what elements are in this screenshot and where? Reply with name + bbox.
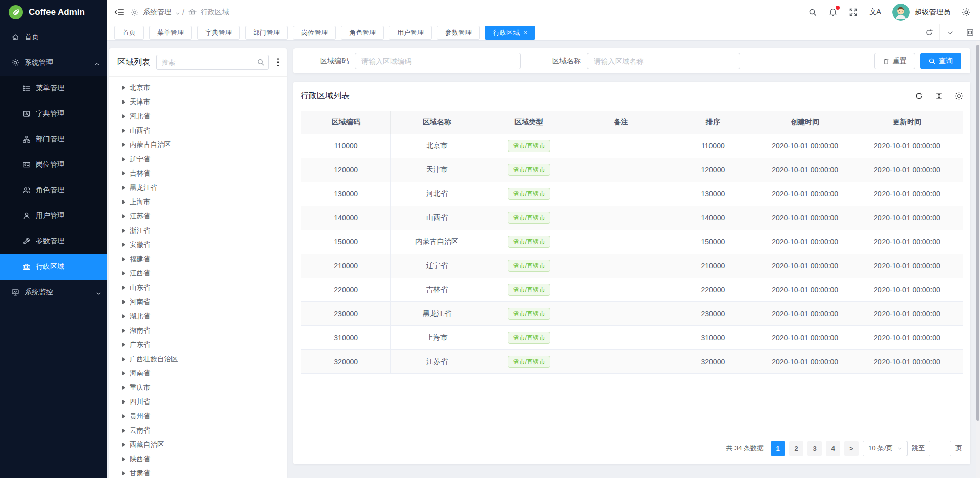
caret-right-icon[interactable]	[122, 457, 125, 461]
refresh-icon[interactable]	[915, 92, 923, 100]
tab[interactable]: 角色管理	[341, 26, 384, 40]
caret-right-icon[interactable]	[122, 186, 125, 190]
caret-right-icon[interactable]	[122, 286, 125, 290]
caret-right-icon[interactable]	[122, 386, 125, 390]
tree-item[interactable]: 天津市	[109, 95, 287, 109]
caret-right-icon[interactable]	[122, 229, 125, 233]
tree-item[interactable]: 云南省	[109, 423, 287, 438]
tree-item[interactable]: 山西省	[109, 123, 287, 138]
caret-right-icon[interactable]	[122, 271, 125, 275]
sidebar-group-monitor[interactable]: 系统监控	[0, 280, 107, 305]
tree-item[interactable]: 西藏自治区	[109, 438, 287, 452]
sidebar-item-user-mgmt[interactable]: 用户管理	[0, 203, 107, 229]
tree-item[interactable]: 河南省	[109, 295, 287, 309]
scrollbar-thumb[interactable]	[976, 45, 979, 421]
caret-right-icon[interactable]	[122, 243, 125, 247]
maximize-view-icon[interactable]	[960, 24, 980, 40]
tab[interactable]: 用户管理	[389, 26, 432, 40]
row-height-icon[interactable]	[935, 92, 943, 100]
fullscreen-icon[interactable]	[849, 8, 858, 17]
collapse-sidebar-icon[interactable]	[114, 7, 125, 17]
tree-item[interactable]: 黑龙江省	[109, 181, 287, 195]
breadcrumb-group[interactable]: 系统管理	[143, 8, 172, 17]
tree-item[interactable]: 辽宁省	[109, 152, 287, 166]
page-button[interactable]: 2	[789, 441, 803, 456]
caret-right-icon[interactable]	[122, 257, 125, 261]
caret-right-icon[interactable]	[122, 143, 125, 147]
tree-item[interactable]: 江西省	[109, 266, 287, 281]
caret-right-icon[interactable]	[122, 157, 125, 161]
chevron-down-icon[interactable]	[939, 24, 960, 40]
tab[interactable]: 部门管理	[245, 26, 288, 40]
tree-item[interactable]: 上海市	[109, 195, 287, 209]
caret-right-icon[interactable]	[122, 300, 125, 304]
tree-item[interactable]: 内蒙古自治区	[109, 138, 287, 152]
tree-item[interactable]: 湖北省	[109, 309, 287, 323]
caret-right-icon[interactable]	[122, 443, 125, 447]
tree-item[interactable]: 江苏省	[109, 209, 287, 223]
page-button[interactable]: 4	[826, 441, 840, 456]
search-button[interactable]: 查询	[920, 53, 961, 69]
tree-item[interactable]: 四川省	[109, 395, 287, 409]
next-page-button[interactable]: >	[844, 441, 859, 456]
settings-gear-icon[interactable]	[962, 8, 971, 17]
column-settings-gear-icon[interactable]	[954, 92, 963, 100]
caret-right-icon[interactable]	[122, 371, 125, 375]
caret-right-icon[interactable]	[122, 314, 125, 318]
caret-right-icon[interactable]	[122, 400, 125, 404]
caret-right-icon[interactable]	[122, 214, 125, 218]
sidebar-item-role-mgmt[interactable]: 角色管理	[0, 178, 107, 203]
sidebar-item-dict-mgmt[interactable]: 字典管理	[0, 101, 107, 127]
tab[interactable]: 行政区域 ×	[485, 26, 535, 40]
translate-icon[interactable]: 文A	[869, 7, 881, 17]
tab[interactable]: 菜单管理	[149, 26, 192, 40]
sidebar-item-menu-mgmt[interactable]: 菜单管理	[0, 76, 107, 101]
kebab-menu-icon[interactable]	[275, 57, 281, 68]
caret-right-icon[interactable]	[122, 414, 125, 418]
caret-right-icon[interactable]	[122, 100, 125, 104]
tree-item[interactable]: 浙江省	[109, 223, 287, 238]
vertical-scrollbar[interactable]	[976, 41, 980, 478]
jump-page-input[interactable]	[929, 441, 951, 456]
tree-item[interactable]: 北京市	[109, 81, 287, 95]
caret-right-icon[interactable]	[122, 114, 125, 118]
search-icon[interactable]	[257, 58, 265, 66]
name-input[interactable]	[587, 53, 740, 69]
sidebar-item-region[interactable]: 行政区域	[0, 254, 107, 280]
tree-item[interactable]: 河北省	[109, 109, 287, 123]
refresh-icon[interactable]	[919, 24, 939, 40]
sidebar-group-system[interactable]: 系统管理	[0, 50, 107, 76]
search-icon[interactable]	[808, 8, 817, 17]
tree-item[interactable]: 海南省	[109, 366, 287, 381]
tree-item[interactable]: 甘肃省	[109, 466, 287, 478]
caret-right-icon[interactable]	[122, 200, 125, 204]
tree-item[interactable]: 贵州省	[109, 409, 287, 423]
tree-item[interactable]: 山东省	[109, 281, 287, 295]
caret-right-icon[interactable]	[122, 129, 125, 133]
tree-item[interactable]: 广西壮族自治区	[109, 352, 287, 366]
tab[interactable]: 字典管理	[197, 26, 240, 40]
code-input[interactable]	[355, 53, 521, 69]
tree-item[interactable]: 湖南省	[109, 323, 287, 338]
sidebar-item-dept-mgmt[interactable]: 部门管理	[0, 127, 107, 152]
tree-item[interactable]: 广东省	[109, 338, 287, 352]
user-menu[interactable]: 超级管理员	[892, 4, 950, 21]
caret-right-icon[interactable]	[122, 357, 125, 361]
reset-button[interactable]: 重置	[874, 53, 915, 69]
page-size-select[interactable]: 10 条/页	[863, 441, 908, 456]
tab[interactable]: 岗位管理	[293, 26, 336, 40]
caret-right-icon[interactable]	[122, 86, 125, 90]
tab[interactable]: 首页	[114, 26, 144, 40]
page-button[interactable]: 1	[771, 441, 785, 456]
tree-item[interactable]: 吉林省	[109, 166, 287, 181]
tree-item[interactable]: 福建省	[109, 252, 287, 266]
sidebar-item-param-mgmt[interactable]: 参数管理	[0, 229, 107, 254]
tree-item[interactable]: 安徽省	[109, 238, 287, 252]
page-button[interactable]: 3	[807, 441, 822, 456]
tree-item[interactable]: 重庆市	[109, 381, 287, 395]
caret-right-icon[interactable]	[122, 471, 125, 475]
caret-right-icon[interactable]	[122, 429, 125, 433]
notification-bell-icon[interactable]	[828, 8, 838, 17]
tab[interactable]: 参数管理	[437, 26, 480, 40]
tree-item[interactable]: 陕西省	[109, 452, 287, 466]
